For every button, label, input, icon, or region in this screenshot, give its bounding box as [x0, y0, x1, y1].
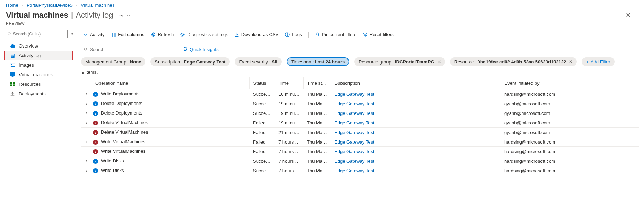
- timestamp-cell: Thu May 27...: [303, 89, 331, 99]
- image-icon: [10, 63, 15, 67]
- close-icon[interactable]: ✕: [622, 9, 634, 21]
- filter-timespan[interactable]: Timespan : Last 24 hours: [287, 57, 349, 66]
- refresh-button[interactable]: Refresh: [151, 32, 174, 37]
- remove-filter-icon[interactable]: ✕: [569, 59, 573, 64]
- initiated-by-cell: gyanb@microsoft.com: [501, 118, 639, 128]
- quick-insights-button[interactable]: Quick Insights: [183, 47, 219, 52]
- table-row[interactable]: ›iWrite DisksSucceeded7 hours agoThu May…: [81, 166, 639, 175]
- status-cell: Succeeded: [249, 156, 275, 166]
- table-row[interactable]: ›iDelete DeploymentsSucceeded19 minutes …: [81, 108, 639, 118]
- remove-filter-icon[interactable]: ✕: [437, 59, 441, 64]
- table-row[interactable]: ›iDelete DeploymentsSucceeded19 minutes …: [81, 99, 639, 108]
- table-row[interactable]: ›!Delete VirtualMachinesFailed19 minutes…: [81, 118, 639, 128]
- filter-subscription[interactable]: Subscription : Edge Gateway Test: [150, 57, 230, 66]
- col-status[interactable]: Status: [249, 77, 275, 89]
- table-row[interactable]: ›iWrite DisksSucceeded7 hours agoThu May…: [81, 156, 639, 166]
- sidebar-item-label: Resources: [19, 82, 41, 87]
- pin-filters-button[interactable]: Pin current filters: [315, 32, 356, 37]
- svg-rect-16: [114, 33, 116, 37]
- col-subscription[interactable]: Subscription: [331, 77, 501, 89]
- search-icon: [7, 32, 11, 36]
- subscription-link[interactable]: Edge Gateway Test: [334, 139, 374, 145]
- timestamp-cell: Thu May 27...: [303, 137, 331, 147]
- initiated-by-cell: hardsing@microsoft.com: [501, 166, 639, 175]
- status-err-icon: !: [93, 121, 98, 125]
- subscription-link[interactable]: Edge Gateway Test: [334, 149, 374, 154]
- svg-rect-14: [111, 33, 112, 37]
- subscription-cell: Edge Gateway Test: [331, 118, 501, 128]
- sidebar-item-virtual-machines[interactable]: Virtual machines: [4, 70, 73, 79]
- filter-event-severity[interactable]: Event severity : All: [235, 57, 282, 66]
- vm-icon: [10, 72, 15, 77]
- operation-name: Delete Deployments: [101, 110, 142, 116]
- subscription-link[interactable]: Edge Gateway Test: [334, 168, 374, 173]
- sidebar-item-overview[interactable]: Overview: [4, 41, 73, 51]
- reset-filters-button[interactable]: Reset filters: [363, 32, 394, 37]
- expand-icon[interactable]: ›: [86, 158, 90, 163]
- sidebar-item-activity-log[interactable]: Activity log: [4, 51, 73, 60]
- breadcrumb-vms[interactable]: Virtual machines: [81, 2, 115, 8]
- initiated-by-cell: hardsing@microsoft.com: [501, 89, 639, 99]
- filter-resource-group[interactable]: Resource group : IDCPortalTeamRG ✕: [354, 57, 445, 66]
- expand-icon[interactable]: ›: [86, 110, 90, 116]
- svg-point-7: [11, 64, 12, 65]
- more-icon[interactable]: ···: [127, 12, 132, 18]
- breadcrumb-device[interactable]: PortalPhysicalDevice5: [27, 2, 72, 8]
- subscription-link[interactable]: Edge Gateway Test: [334, 101, 374, 106]
- time-cell: 7 hours ago: [275, 156, 303, 166]
- subscription-link[interactable]: Edge Gateway Test: [334, 130, 374, 135]
- expand-icon[interactable]: ›: [86, 91, 90, 96]
- status-cell: Succeeded: [249, 89, 275, 99]
- main-search-input[interactable]: [90, 47, 173, 52]
- add-filter-button[interactable]: + Add Filter: [582, 57, 614, 66]
- filter-resource[interactable]: Resource : 0bd1fdee-cd02-4d0b-53aa-50623…: [450, 57, 577, 66]
- download-icon: [235, 32, 239, 37]
- subscription-cell: Edge Gateway Test: [331, 108, 501, 118]
- main-search[interactable]: [81, 45, 176, 54]
- expand-icon[interactable]: ›: [86, 168, 90, 173]
- operation-name: Write VirtualMachines: [101, 149, 145, 154]
- download-csv-button[interactable]: Download as CSV: [235, 32, 279, 37]
- sidebar-search-input[interactable]: [13, 32, 65, 37]
- edit-columns-button[interactable]: Edit columns: [111, 32, 144, 37]
- svg-rect-10: [10, 82, 12, 84]
- status-err-icon: !: [93, 140, 98, 145]
- subscription-link[interactable]: Edge Gateway Test: [334, 158, 374, 164]
- sidebar-item-images[interactable]: Images: [4, 60, 73, 70]
- col-timestamp[interactable]: Time stamp: [303, 77, 331, 89]
- status-cell: Succeeded: [249, 99, 275, 108]
- sidebar-search[interactable]: [5, 30, 68, 38]
- col-time[interactable]: Time: [275, 77, 303, 89]
- timestamp-cell: Thu May 27...: [303, 108, 331, 118]
- subscription-link[interactable]: Edge Gateway Test: [334, 111, 374, 116]
- sidebar-item-label: Images: [19, 62, 34, 68]
- expand-icon[interactable]: ›: [86, 149, 90, 154]
- sidebar-item-resources[interactable]: Resources: [4, 79, 73, 89]
- table-row[interactable]: ›iWrite DeploymentsSucceeded10 minutes .…: [81, 89, 639, 99]
- expand-icon[interactable]: ›: [86, 139, 90, 144]
- expand-icon[interactable]: ›: [86, 101, 90, 106]
- expand-icon[interactable]: ›: [86, 120, 90, 125]
- table-row[interactable]: ›!Write VirtualMachinesFailed7 hours ago…: [81, 137, 639, 147]
- expand-icon[interactable]: ›: [86, 129, 90, 135]
- col-initiated-by[interactable]: Event initiated by: [501, 77, 639, 89]
- breadcrumb-home[interactable]: Home: [6, 2, 18, 8]
- columns-icon: [111, 33, 116, 37]
- pin-icon[interactable]: 📌︎: [117, 11, 125, 19]
- svg-line-1: [10, 35, 11, 36]
- table-row[interactable]: ›!Delete VirtualMachinesFailed21 minutes…: [81, 128, 639, 137]
- subscription-link[interactable]: Edge Gateway Test: [334, 120, 374, 125]
- logs-button[interactable]: Logs: [285, 32, 302, 37]
- diagnostics-button[interactable]: Diagnostics settings: [180, 32, 228, 37]
- col-operation[interactable]: Operation name: [81, 77, 249, 89]
- filter-management-group[interactable]: Management Group : None: [81, 57, 145, 66]
- collapse-sidebar-icon[interactable]: «: [70, 32, 73, 37]
- activity-button[interactable]: Activity: [83, 32, 104, 37]
- table-row[interactable]: ›!Write VirtualMachinesFailed7 hours ago…: [81, 147, 639, 156]
- toolbar-divider: [308, 32, 309, 38]
- breadcrumb: Home › PortalPhysicalDevice5 › Virtual m…: [0, 0, 644, 8]
- sidebar-item-deployments[interactable]: Deployments: [4, 89, 73, 99]
- page-subtitle: Activity log: [76, 11, 113, 20]
- subscription-link[interactable]: Edge Gateway Test: [334, 91, 374, 97]
- pin-icon: [315, 32, 320, 37]
